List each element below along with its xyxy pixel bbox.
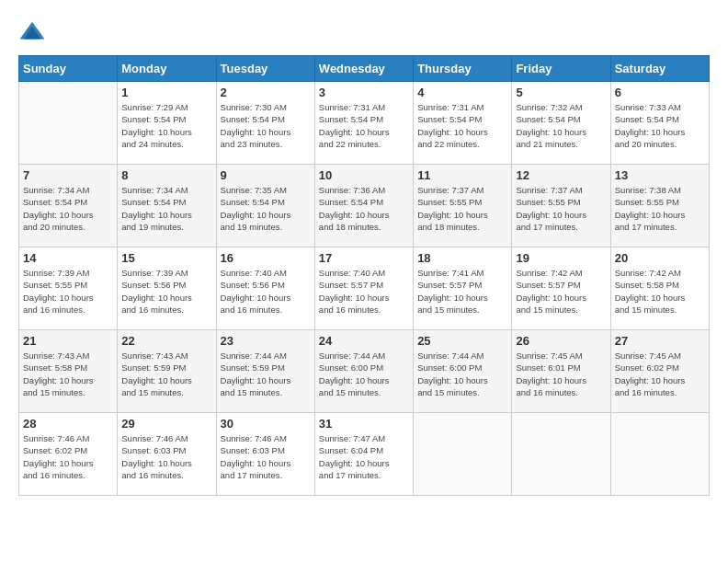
- calendar-day-header: Saturday: [610, 56, 709, 82]
- day-number: 2: [221, 86, 311, 99]
- day-info: Sunrise: 7:33 AM Sunset: 5:54 PM Dayligh…: [615, 101, 705, 150]
- calendar-day-cell: 24Sunrise: 7:44 AM Sunset: 6:00 PM Dayli…: [314, 330, 413, 413]
- day-number: 14: [23, 251, 113, 265]
- calendar-day-header: Wednesday: [314, 56, 413, 82]
- day-number: 5: [516, 86, 606, 99]
- calendar-day-cell: 23Sunrise: 7:44 AM Sunset: 5:59 PM Dayli…: [216, 330, 314, 413]
- day-number: 23: [221, 334, 311, 348]
- calendar-header-row: SundayMondayTuesdayWednesdayThursdayFrid…: [19, 56, 710, 82]
- calendar-week-row: 14Sunrise: 7:39 AM Sunset: 5:55 PM Dayli…: [19, 247, 710, 330]
- day-info: Sunrise: 7:46 AM Sunset: 6:03 PM Dayligh…: [221, 432, 311, 481]
- calendar-day-cell: 6Sunrise: 7:33 AM Sunset: 5:54 PM Daylig…: [610, 82, 709, 165]
- calendar-day-cell: 5Sunrise: 7:32 AM Sunset: 5:54 PM Daylig…: [512, 82, 610, 165]
- day-info: Sunrise: 7:39 AM Sunset: 5:56 PM Dayligh…: [121, 267, 211, 316]
- day-info: Sunrise: 7:37 AM Sunset: 5:55 PM Dayligh…: [516, 184, 606, 233]
- day-number: 9: [221, 168, 311, 182]
- calendar-day-cell: 29Sunrise: 7:46 AM Sunset: 6:03 PM Dayli…: [118, 413, 216, 496]
- day-number: 15: [121, 251, 211, 265]
- calendar-table: SundayMondayTuesdayWednesdayThursdayFrid…: [18, 55, 710, 496]
- calendar-day-header: Monday: [118, 56, 216, 82]
- day-info: Sunrise: 7:40 AM Sunset: 5:57 PM Dayligh…: [319, 267, 409, 316]
- day-info: Sunrise: 7:43 AM Sunset: 5:59 PM Dayligh…: [121, 350, 211, 398]
- calendar-day-cell: [414, 413, 512, 496]
- day-info: Sunrise: 7:38 AM Sunset: 5:55 PM Dayligh…: [615, 184, 705, 233]
- calendar-day-cell: 2Sunrise: 7:30 AM Sunset: 5:54 PM Daylig…: [216, 82, 314, 165]
- calendar-day-cell: 19Sunrise: 7:42 AM Sunset: 5:57 PM Dayli…: [512, 247, 610, 330]
- day-number: 31: [319, 417, 409, 431]
- calendar-day-cell: 25Sunrise: 7:44 AM Sunset: 6:00 PM Dayli…: [414, 330, 512, 413]
- day-info: Sunrise: 7:42 AM Sunset: 5:58 PM Dayligh…: [615, 267, 705, 316]
- calendar-day-cell: 1Sunrise: 7:29 AM Sunset: 5:54 PM Daylig…: [118, 82, 216, 165]
- calendar-day-cell: 14Sunrise: 7:39 AM Sunset: 5:55 PM Dayli…: [19, 247, 118, 330]
- calendar-day-cell: 28Sunrise: 7:46 AM Sunset: 6:02 PM Dayli…: [19, 413, 118, 496]
- day-info: Sunrise: 7:45 AM Sunset: 6:02 PM Dayligh…: [615, 350, 705, 398]
- day-number: 7: [23, 168, 113, 182]
- day-info: Sunrise: 7:42 AM Sunset: 5:57 PM Dayligh…: [516, 267, 606, 316]
- calendar-day-header: Friday: [512, 56, 610, 82]
- calendar-day-cell: 11Sunrise: 7:37 AM Sunset: 5:55 PM Dayli…: [414, 165, 512, 247]
- day-info: Sunrise: 7:46 AM Sunset: 6:03 PM Dayligh…: [121, 432, 211, 481]
- day-number: 8: [121, 168, 211, 182]
- calendar-day-cell: 30Sunrise: 7:46 AM Sunset: 6:03 PM Dayli…: [216, 413, 314, 496]
- calendar-day-cell: 8Sunrise: 7:34 AM Sunset: 5:54 PM Daylig…: [118, 165, 216, 247]
- calendar-day-cell: 10Sunrise: 7:36 AM Sunset: 5:54 PM Dayli…: [314, 165, 413, 247]
- calendar-day-cell: 17Sunrise: 7:40 AM Sunset: 5:57 PM Dayli…: [314, 247, 413, 330]
- day-number: 20: [615, 251, 705, 265]
- calendar-day-cell: 9Sunrise: 7:35 AM Sunset: 5:54 PM Daylig…: [216, 165, 314, 247]
- day-number: 3: [319, 86, 409, 99]
- day-info: Sunrise: 7:40 AM Sunset: 5:56 PM Dayligh…: [221, 267, 311, 316]
- calendar-day-header: Thursday: [414, 56, 512, 82]
- calendar-day-cell: 20Sunrise: 7:42 AM Sunset: 5:58 PM Dayli…: [610, 247, 709, 330]
- day-info: Sunrise: 7:30 AM Sunset: 5:54 PM Dayligh…: [221, 101, 311, 150]
- logo-icon: [18, 18, 46, 46]
- day-number: 29: [121, 417, 211, 431]
- day-number: 19: [516, 251, 606, 265]
- day-number: 18: [417, 251, 507, 265]
- calendar-day-header: Sunday: [19, 56, 118, 82]
- calendar-week-row: 1Sunrise: 7:29 AM Sunset: 5:54 PM Daylig…: [19, 82, 710, 165]
- day-info: Sunrise: 7:44 AM Sunset: 5:59 PM Dayligh…: [221, 350, 311, 398]
- day-number: 16: [221, 251, 311, 265]
- day-number: 11: [417, 168, 507, 182]
- calendar-week-row: 21Sunrise: 7:43 AM Sunset: 5:58 PM Dayli…: [19, 330, 710, 413]
- day-info: Sunrise: 7:34 AM Sunset: 5:54 PM Dayligh…: [23, 184, 113, 233]
- day-info: Sunrise: 7:36 AM Sunset: 5:54 PM Dayligh…: [319, 184, 409, 233]
- day-number: 17: [319, 251, 409, 265]
- day-number: 6: [615, 86, 705, 99]
- calendar-day-cell: 15Sunrise: 7:39 AM Sunset: 5:56 PM Dayli…: [118, 247, 216, 330]
- calendar-day-cell: 22Sunrise: 7:43 AM Sunset: 5:59 PM Dayli…: [118, 330, 216, 413]
- calendar-day-cell: 27Sunrise: 7:45 AM Sunset: 6:02 PM Dayli…: [610, 330, 709, 413]
- day-info: Sunrise: 7:37 AM Sunset: 5:55 PM Dayligh…: [417, 184, 507, 233]
- calendar-week-row: 28Sunrise: 7:46 AM Sunset: 6:02 PM Dayli…: [19, 413, 710, 496]
- day-number: 24: [319, 334, 409, 348]
- day-info: Sunrise: 7:31 AM Sunset: 5:54 PM Dayligh…: [417, 101, 507, 150]
- calendar-week-row: 7Sunrise: 7:34 AM Sunset: 5:54 PM Daylig…: [19, 165, 710, 247]
- calendar-day-cell: 4Sunrise: 7:31 AM Sunset: 5:54 PM Daylig…: [414, 82, 512, 165]
- day-number: 1: [121, 86, 211, 99]
- day-info: Sunrise: 7:43 AM Sunset: 5:58 PM Dayligh…: [23, 350, 113, 398]
- calendar-day-cell: 13Sunrise: 7:38 AM Sunset: 5:55 PM Dayli…: [610, 165, 709, 247]
- day-number: 12: [516, 168, 606, 182]
- day-number: 10: [319, 168, 409, 182]
- day-number: 21: [23, 334, 113, 348]
- calendar-day-cell: 12Sunrise: 7:37 AM Sunset: 5:55 PM Dayli…: [512, 165, 610, 247]
- calendar-day-cell: 21Sunrise: 7:43 AM Sunset: 5:58 PM Dayli…: [19, 330, 118, 413]
- calendar-day-cell: [512, 413, 610, 496]
- day-info: Sunrise: 7:29 AM Sunset: 5:54 PM Dayligh…: [121, 101, 211, 150]
- logo: [18, 18, 50, 46]
- day-info: Sunrise: 7:31 AM Sunset: 5:54 PM Dayligh…: [319, 101, 409, 150]
- calendar-day-cell: 26Sunrise: 7:45 AM Sunset: 6:01 PM Dayli…: [512, 330, 610, 413]
- day-info: Sunrise: 7:41 AM Sunset: 5:57 PM Dayligh…: [417, 267, 507, 316]
- day-info: Sunrise: 7:46 AM Sunset: 6:02 PM Dayligh…: [23, 432, 113, 481]
- day-info: Sunrise: 7:35 AM Sunset: 5:54 PM Dayligh…: [221, 184, 311, 233]
- day-number: 13: [615, 168, 705, 182]
- day-number: 27: [615, 334, 705, 348]
- day-number: 25: [417, 334, 507, 348]
- calendar-day-cell: 7Sunrise: 7:34 AM Sunset: 5:54 PM Daylig…: [19, 165, 118, 247]
- calendar-day-header: Tuesday: [216, 56, 314, 82]
- calendar-day-cell: 18Sunrise: 7:41 AM Sunset: 5:57 PM Dayli…: [414, 247, 512, 330]
- day-number: 30: [221, 417, 311, 431]
- page-header: [18, 18, 710, 46]
- day-number: 28: [23, 417, 113, 431]
- day-info: Sunrise: 7:44 AM Sunset: 6:00 PM Dayligh…: [319, 350, 409, 398]
